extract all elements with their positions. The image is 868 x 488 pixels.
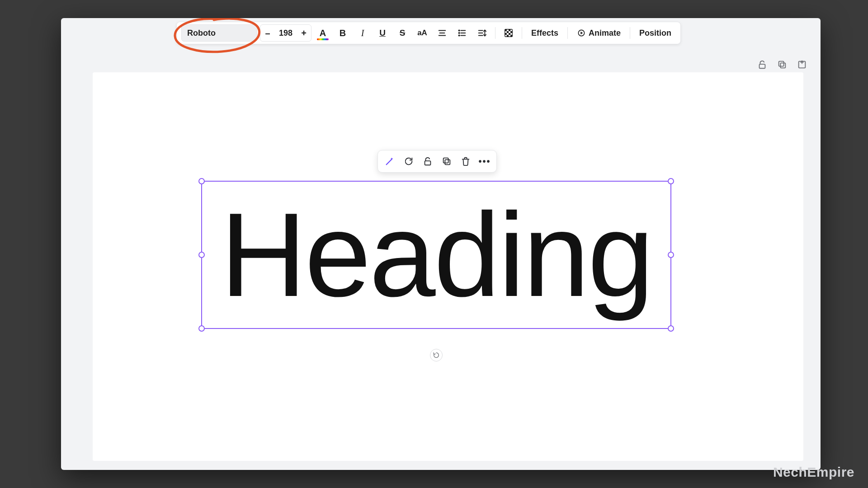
animate-button[interactable]: Animate (572, 24, 625, 42)
spacing-icon (477, 28, 487, 38)
resize-handle-top-right[interactable] (668, 178, 674, 184)
transparency-icon (504, 28, 514, 38)
letter-case-button[interactable]: aA (414, 24, 431, 42)
add-page-button[interactable] (796, 59, 808, 70)
animate-icon (577, 28, 586, 38)
font-size-value[interactable]: 198 (275, 28, 297, 38)
duplicate-icon (442, 156, 452, 166)
svg-rect-23 (760, 64, 765, 68)
animate-label: Animate (589, 28, 621, 38)
resize-handle-bottom-left[interactable] (198, 325, 205, 332)
svg-rect-15 (507, 31, 509, 33)
trash-icon (461, 156, 471, 166)
svg-rect-17 (505, 33, 507, 35)
resize-handle-top-left[interactable] (198, 178, 205, 184)
font-size-decrease-button[interactable]: – (260, 25, 275, 41)
bold-button[interactable]: B (334, 24, 351, 42)
more-icon: ••• (478, 156, 491, 167)
svg-point-5 (458, 33, 459, 33)
refresh-button[interactable] (402, 155, 415, 168)
lock-open-icon (423, 156, 433, 166)
svg-rect-18 (509, 33, 510, 35)
font-size-group: – 198 + (260, 24, 311, 42)
strikethrough-button[interactable]: S (394, 24, 411, 42)
selected-text-element[interactable]: Heading (201, 181, 671, 329)
position-label: Position (639, 28, 671, 38)
delete-element-button[interactable] (459, 155, 472, 168)
svg-rect-25 (779, 61, 784, 66)
rotate-handle[interactable] (430, 349, 443, 361)
toolbar-separator (567, 27, 568, 39)
svg-rect-29 (425, 161, 431, 165)
lock-button[interactable] (756, 59, 768, 70)
watermark-text: NechEmpire (773, 465, 854, 480)
svg-rect-13 (505, 29, 507, 31)
svg-rect-20 (510, 35, 512, 37)
underline-icon: U (379, 28, 386, 38)
lock-open-icon (757, 60, 767, 70)
spacing-button[interactable] (473, 24, 491, 42)
italic-button[interactable]: I (354, 24, 371, 42)
app-window: Roboto – 198 + A B I U S (61, 18, 821, 470)
more-options-button[interactable]: ••• (478, 155, 491, 168)
text-content[interactable]: Heading (202, 182, 670, 328)
resize-handle-left[interactable] (198, 252, 205, 258)
svg-rect-24 (780, 63, 785, 68)
resize-handle-bottom-right[interactable] (668, 325, 674, 332)
svg-marker-22 (580, 32, 583, 35)
text-align-button[interactable] (434, 24, 451, 42)
svg-rect-30 (445, 160, 450, 164)
align-icon (437, 28, 447, 38)
duplicate-icon (777, 60, 787, 70)
bold-icon: B (340, 28, 346, 38)
magic-edit-button[interactable] (383, 155, 396, 168)
list-icon (457, 28, 467, 38)
toolbar-separator (522, 27, 522, 39)
svg-point-3 (458, 30, 459, 31)
svg-point-7 (458, 35, 459, 36)
svg-rect-19 (507, 35, 509, 37)
magic-wand-icon (385, 156, 395, 166)
text-toolbar: Roboto – 198 + A B I U S (176, 22, 681, 44)
text-color-letter-icon: A (320, 28, 326, 38)
element-float-toolbar: ••• (377, 150, 497, 173)
toolbar-separator (495, 27, 495, 39)
refresh-icon (404, 156, 414, 166)
italic-icon: I (361, 28, 364, 38)
effects-label: Effects (531, 28, 558, 38)
transparency-button[interactable] (500, 24, 517, 42)
duplicate-element-button[interactable] (440, 155, 453, 168)
effects-button[interactable]: Effects (527, 24, 563, 42)
svg-rect-31 (443, 158, 448, 163)
font-family-picker[interactable]: Roboto (181, 24, 257, 42)
underline-button[interactable]: U (374, 24, 391, 42)
color-spectrum-icon (317, 38, 329, 40)
font-family-value: Roboto (187, 28, 216, 38)
rotate-icon (433, 352, 440, 359)
letter-case-icon: aA (417, 28, 427, 38)
resize-handle-right[interactable] (668, 252, 674, 258)
lock-element-button[interactable] (421, 155, 434, 168)
position-button[interactable]: Position (635, 24, 676, 42)
font-size-increase-button[interactable]: + (297, 25, 311, 41)
canvas-corner-actions (756, 59, 808, 70)
duplicate-button[interactable] (776, 59, 788, 70)
svg-rect-16 (510, 31, 512, 33)
strikethrough-icon: S (400, 28, 406, 38)
text-color-button[interactable]: A (314, 24, 331, 42)
list-button[interactable] (453, 24, 471, 42)
svg-rect-14 (509, 29, 510, 31)
toolbar-separator (630, 27, 630, 39)
add-page-icon (797, 60, 807, 70)
